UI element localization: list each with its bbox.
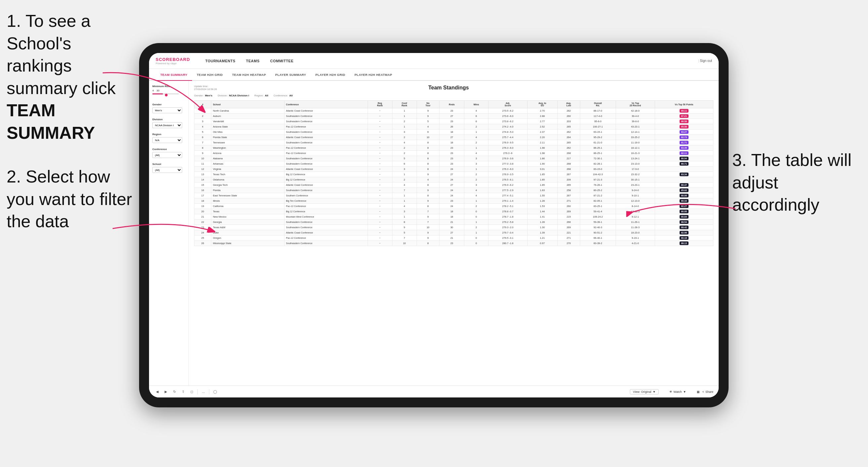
table-header-row: # School Conference RegRank ConfRank NoT… — [194, 101, 713, 108]
cell-wins: 3 — [464, 161, 489, 166]
cell-vstop50pts: 80.18 — [655, 236, 713, 241]
cell-conf: Southeastern Conference — [284, 119, 368, 124]
cell-school: Arizona State — [211, 124, 284, 129]
filter-conference: Conference (All) — [152, 148, 185, 158]
cell-rr: ~ — [368, 161, 392, 166]
col-vstop25: Vs Top25 Record — [616, 101, 655, 108]
cell-school: Alabama — [211, 156, 284, 161]
toolbar-forward-icon[interactable]: ▶ — [163, 389, 169, 395]
table-row: 14 Oklahoma Big 12 Conference ~ 2 4 24 2… — [194, 177, 713, 183]
cell-vstop50pts: 87.21 — [655, 114, 713, 119]
cell-avglow: 265 — [557, 183, 580, 188]
arrow-1 — [96, 66, 212, 119]
cell-wins: 1 — [464, 166, 489, 172]
table-row: 25 Oregon Pac-12 Conference ~ 7 9 21 0 2… — [194, 236, 713, 241]
cell-overall: 83-25-1 — [580, 204, 616, 209]
cell-vstop25: 15-32-2 — [616, 172, 655, 177]
cell-conf: Southeastern Conference — [284, 114, 368, 119]
toolbar-back-icon[interactable]: ◀ — [154, 389, 160, 395]
filter-conference-select[interactable]: (All) — [152, 152, 182, 158]
col-overall: OverallRd. — [580, 101, 616, 108]
cell-conf: Atlantic Coast Conference — [284, 230, 368, 236]
cell-conf: Big Ten Conference — [284, 198, 368, 204]
cell-overall: 88-17-0 — [580, 108, 616, 114]
toolbar-share2-icon[interactable]: ⇧ — [180, 389, 186, 395]
cell-rank: 5 — [194, 129, 211, 135]
cell-cr: 4 — [392, 204, 416, 209]
col-school: School — [211, 101, 284, 108]
cell-avgso: 2.37 — [527, 129, 557, 135]
cell-rank: 7 — [194, 140, 211, 146]
cell-avgso: 1.85 — [527, 177, 557, 183]
toolbar-time-icon[interactable]: ◯ — [212, 389, 218, 395]
cell-adj: 280.7 -1.8 — [488, 241, 527, 246]
cell-avgso: 1.85 — [527, 172, 557, 177]
cell-cr: 3 — [392, 166, 416, 172]
tab-player-summary[interactable]: PLAYER SUMMARY — [271, 69, 311, 81]
cell-wins: 4 — [464, 193, 489, 198]
cell-wins: 2 — [464, 140, 489, 146]
col-conf: Conference — [284, 101, 368, 108]
logo-text: SCOREBOARD — [156, 57, 190, 62]
cell-school: Arizona — [211, 151, 284, 156]
arrow-2 — [106, 212, 222, 245]
filter-region-select[interactable]: N/A — [152, 137, 182, 143]
toolbar-grid-btn[interactable]: ▦ — [697, 390, 700, 394]
filter-school-select[interactable]: (All) — [152, 167, 182, 173]
pill-region: Region: All — [254, 94, 268, 97]
cell-wins: 1 — [464, 230, 489, 236]
cell-conf: Southeastern Conference — [284, 220, 368, 225]
cell-rank: 9 — [194, 151, 211, 156]
cell-rnds: 23 — [439, 156, 464, 161]
cell-avgso: 1.85 — [527, 183, 557, 188]
cell-conf: Big 12 Conference — [284, 209, 368, 214]
toolbar-refresh-icon[interactable]: ↻ — [172, 389, 178, 395]
toolbar-watch-btn[interactable]: 👁 Watch ▼ — [669, 390, 686, 394]
nav-committee[interactable]: COMMITTEE — [265, 53, 299, 69]
cell-adj: 276.9 -3.5 — [488, 172, 527, 177]
cell-school: Washington — [211, 146, 284, 151]
nav-teams[interactable]: TEAMS — [241, 53, 265, 69]
cell-avgso: 1.98 — [527, 151, 557, 156]
toolbar-bookmark-icon[interactable]: ◻ — [189, 389, 195, 395]
cell-avglow: 260 — [557, 204, 580, 209]
cell-nt: 9 — [416, 188, 439, 193]
cell-rr: ~ — [368, 204, 392, 209]
pill-division: Division: NCAA Division I — [218, 94, 249, 97]
tab-team-h2h-heatmap[interactable]: TEAM H2H HEATMAP — [227, 69, 271, 81]
cell-school: Oregon — [211, 236, 284, 241]
nav-signout[interactable]: Sign out — [698, 59, 712, 63]
toolbar-view-btn[interactable]: View: Original ▼ — [630, 389, 658, 395]
cell-rr: ~ — [368, 193, 392, 198]
toolbar-watch-arrow: ▼ — [683, 390, 686, 394]
cell-rnds: 23 — [439, 161, 464, 166]
col-rnds: Rnds — [439, 101, 464, 108]
cell-school: Arkansas — [211, 161, 284, 166]
table-row: 4 Arizona State Pac-12 Conference ~ 1 4 … — [194, 124, 713, 129]
table-row: 26 Mississippi State Southeastern Confer… — [194, 241, 713, 246]
cell-overall: 59-41-4 — [580, 209, 616, 214]
cell-rnds: 27 — [439, 135, 464, 140]
tab-player-h2h-grid[interactable]: PLAYER H2H GRID — [311, 69, 350, 81]
cell-wins: 4 — [464, 135, 489, 140]
tablet-screen: SCOREBOARD Powered by clippi TOURNAMENTS… — [149, 53, 719, 398]
cell-rr: ~ — [368, 140, 392, 146]
toolbar-view-label: View: Original — [633, 390, 651, 394]
cell-school: East Tennessee State — [211, 193, 284, 198]
tab-player-h2h-heatmap[interactable]: PLAYER H2H HEATMAP — [350, 69, 397, 81]
cell-avglow: 271 — [557, 198, 580, 204]
pill-region-value: All — [265, 94, 268, 97]
cell-adj: 279.2 -5.8 — [488, 220, 527, 225]
filter-division-select[interactable]: NCAA Division I — [152, 122, 182, 128]
toolbar-divider2 — [209, 389, 209, 395]
pill-division-label: Division: — [218, 94, 227, 97]
toolbar-share-btn[interactable]: < Share — [703, 390, 713, 394]
table-row: 6 Florida State Atlantic Coast Conferenc… — [194, 135, 713, 140]
cell-rnds: 27 — [439, 230, 464, 236]
toolbar-more-icon[interactable]: … — [200, 389, 206, 395]
cell-school: North Carolina — [211, 108, 284, 114]
cell-rnds: 24 — [439, 204, 464, 209]
filter-region: Region N/A — [152, 133, 185, 143]
cell-school: Florida — [211, 188, 284, 193]
cell-cr: 2 — [392, 146, 416, 151]
